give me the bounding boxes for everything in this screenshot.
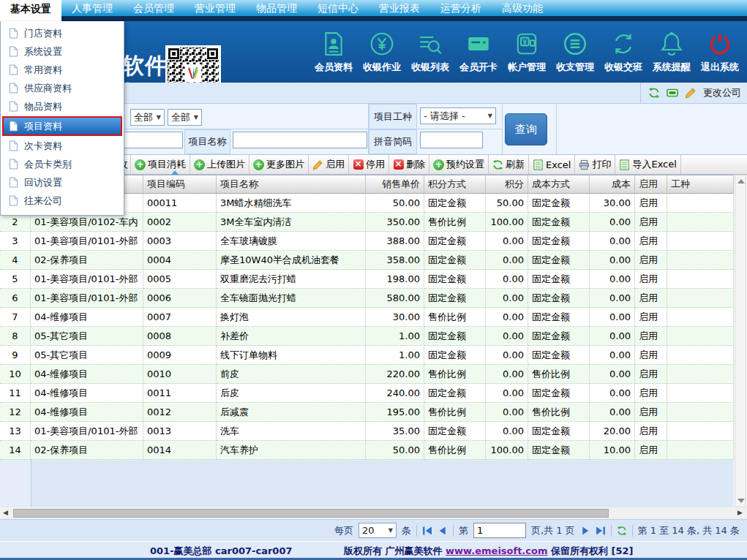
change-company[interactable]: 更改公司 (640, 83, 741, 103)
header-button[interactable]: 帐户管理 (503, 21, 551, 83)
change-company-label[interactable]: 更改公司 (703, 86, 741, 99)
dropdown-item[interactable]: 常用资料 (1, 61, 124, 79)
first-page-button[interactable] (422, 526, 432, 536)
header-cell[interactable]: 项目编码 (143, 175, 217, 193)
dropdown-item[interactable]: 回访设置 (1, 173, 124, 192)
header-button[interactable]: 退出系统 (696, 21, 744, 83)
company-card-icon[interactable] (667, 87, 678, 99)
header-button[interactable]: 会员开卡 (454, 21, 503, 83)
header-cell[interactable]: 项目名称 (217, 175, 366, 193)
name-input[interactable] (233, 132, 367, 148)
menu-tab[interactable]: 运营分析 (430, 0, 492, 21)
header-button[interactable]: 收银作业 (358, 21, 406, 83)
table-cell: 0.00 (486, 403, 528, 422)
dropdown-item[interactable]: 项目资料 (2, 116, 122, 136)
toolbar-button[interactable]: 启用 (308, 155, 348, 174)
page-input[interactable] (473, 523, 526, 538)
table-row[interactable]: 1104-维修项目0011后皮240.00固定金额0.00固定金额0.00启用 (0, 384, 734, 403)
table-cell: 3M蜡水精细洗车 (217, 194, 366, 213)
toolbar-button[interactable]: ×删除 (388, 155, 429, 174)
menu-tab[interactable]: 物品管理 (246, 0, 307, 21)
refresh-icon[interactable] (648, 87, 660, 99)
dropdown-item[interactable]: 门店资料 (1, 24, 124, 42)
header-button[interactable]: 系统提醒 (647, 21, 696, 83)
toolbar-button[interactable]: Excel (528, 155, 574, 174)
table-cell: 固定金额 (424, 232, 486, 251)
dropdown-item[interactable]: 系统设置 (1, 42, 124, 61)
header-cell[interactable]: 成本 (590, 175, 635, 193)
table-row[interactable]: 501-美容项目/0101-外部0005双重磨泥去污打蜡198.00固定金额0.… (0, 270, 734, 289)
menu-tab[interactable]: 营业报表 (369, 0, 430, 21)
table-cell (667, 384, 734, 403)
worktype-select[interactable]: - 请选择 -▼ (420, 107, 496, 124)
header-button-label: 收支管理 (556, 61, 594, 74)
table-row[interactable]: 905-其它项目0009线下订单物料1.00固定金额0.00固定金额0.00启用 (0, 346, 734, 365)
category-select-2[interactable]: 全部▼ (168, 109, 202, 126)
dropdown-item[interactable]: 次卡资料 (1, 137, 124, 155)
toolbar-button[interactable]: 导入Excel (615, 155, 680, 174)
table-row[interactable]: 805-其它项目0008补差价1.00固定金额0.00固定金额0.00启用 (0, 327, 734, 346)
table-cell: 240.00 (366, 384, 424, 403)
prev-page-button[interactable] (438, 526, 448, 536)
copyright-suffix: 保留所有权利 [52] (551, 545, 634, 556)
website-link[interactable]: www.emeisoft.com (446, 545, 547, 556)
header-cell[interactable]: 积分方式 (424, 175, 486, 193)
per-page-select[interactable]: 20▼ (359, 523, 397, 538)
menu-tab[interactable]: 基本设置 (0, 0, 61, 21)
toolbar-button[interactable]: 刷新 (488, 155, 528, 174)
horizontal-scrollbar[interactable]: ◀ ▶ (0, 507, 747, 519)
table-row[interactable]: 704-维修项目0007换灯泡30.00售价比例0.00固定金额0.00启用 (0, 308, 734, 327)
scroll-right-icon[interactable]: ▶ (737, 509, 743, 516)
menu-tab[interactable]: 会员管理 (123, 0, 184, 21)
next-page-button[interactable] (580, 526, 590, 536)
header-button[interactable]: 收支管理 (551, 21, 599, 83)
dropdown-item[interactable]: 会员卡类别 (1, 155, 124, 173)
menu-tab[interactable]: 营业管理 (184, 0, 246, 21)
last-page-button[interactable] (596, 526, 606, 536)
header-button[interactable]: 收银列表 (406, 21, 454, 83)
menu-tab[interactable]: 高级功能 (492, 0, 553, 21)
table-row[interactable]: 601-美容项目/0101-外部0006全车镜面抛光打蜡580.00固定金额0.… (0, 289, 734, 308)
table-cell: 0.00 (590, 213, 635, 232)
edit-pencil-icon[interactable] (685, 87, 697, 99)
table-row[interactable]: 402-保养项目0004摩圣10W40半合成机油套餐358.00固定金额0.00… (0, 251, 734, 270)
delete-icon: × (393, 159, 404, 170)
vertical-scrollbar[interactable] (735, 175, 746, 507)
table-row[interactable]: 1204-维修项目0012后减震195.00售价比例0.00售价比例0.00启用 (0, 403, 734, 422)
table-row[interactable]: 1402-保养项目0014汽车养护50.00售价比例100.00固定金额10.0… (0, 441, 734, 460)
dropdown-item[interactable]: 供应商资料 (1, 79, 124, 97)
table-row[interactable]: 1004-维修项目0010前皮220.00售价比例0.00售价比例0.00启用 (0, 365, 734, 384)
pinyin-input[interactable] (420, 132, 483, 148)
scrollbar-thumb[interactable] (13, 509, 609, 518)
table-row[interactable]: 1301-美容项目/0101-外部0013洗车35.00固定金额0.00固定金额… (0, 422, 734, 441)
table-cell: 启用 (635, 365, 667, 384)
header-cell[interactable]: 销售单价 (366, 175, 424, 193)
header-cell[interactable]: 启用 (635, 175, 667, 193)
header-cell[interactable]: 积分 (486, 175, 528, 193)
scroll-up-icon[interactable] (737, 179, 745, 183)
menu-tab[interactable]: 人事管理 (61, 0, 123, 21)
table-cell: 0.00 (590, 365, 635, 384)
toolbar-button[interactable]: +项目消耗 (130, 155, 189, 174)
header-cell[interactable]: 成本方式 (528, 175, 590, 193)
scroll-down-icon[interactable] (737, 499, 745, 503)
table-body: 1000113M蜡水精细洗车50.00固定金额50.00固定金额30.00启用2… (0, 194, 734, 460)
table-row[interactable]: 301-美容项目/0101-外部0003全车玻璃镀膜388.00固定金额0.00… (0, 232, 734, 251)
header-button[interactable]: 收银交班 (599, 21, 647, 83)
toolbar-button[interactable]: +更多图片 (249, 155, 308, 174)
scroll-left-icon[interactable]: ◀ (3, 509, 8, 516)
menu-tab[interactable]: 短信中心 (307, 0, 369, 21)
toolbar-button[interactable]: +预约设置 (429, 155, 488, 174)
dropdown-item[interactable]: 往来公司 (1, 192, 124, 210)
pager-refresh-icon[interactable] (617, 526, 627, 536)
toolbar-button[interactable]: +上传图片 (189, 155, 249, 174)
toolbar-button[interactable]: ×停用 (348, 155, 388, 174)
category-select-1[interactable]: 全部▼ (130, 109, 165, 126)
header-button[interactable]: 会员资料 (309, 21, 358, 83)
search-button[interactable]: 查询 (505, 113, 547, 145)
header-cell[interactable]: 工种 (667, 175, 734, 193)
toolbar-button[interactable]: 打印 (574, 155, 615, 174)
table-cell: 启用 (635, 384, 667, 403)
table-cell: 0.00 (590, 289, 635, 308)
dropdown-item[interactable]: 物品资料 (1, 97, 124, 116)
